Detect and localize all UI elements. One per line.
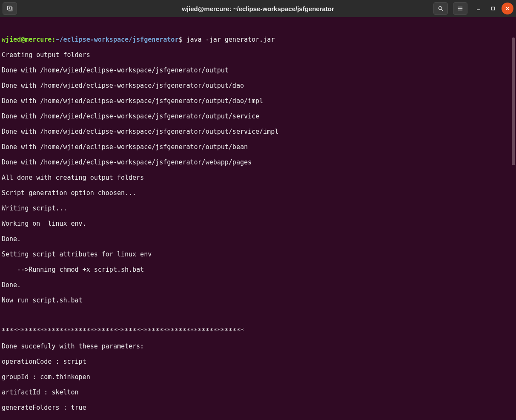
svg-point-1 (439, 6, 441, 9)
terminal-window: wjied@mercure: ~/eclipse-workspace/jsfge… (0, 0, 516, 420)
terminal-output-line: ****************************************… (2, 327, 514, 335)
terminal-output-line: Creating output folders (2, 51, 514, 59)
terminal-output-line: Done with /home/wjied/eclipse-workspace/… (2, 66, 514, 74)
terminal-output-line: Setting script attributes for linux env (2, 250, 514, 258)
search-icon (438, 6, 444, 12)
terminal-output-line: Done with /home/wjied/eclipse-workspace/… (2, 82, 514, 89)
new-tab-button[interactable] (3, 2, 17, 15)
terminal-output-line: generateFolders : true (2, 404, 514, 411)
close-icon (505, 6, 510, 11)
terminal-output-line: artifactId : skelton (2, 388, 514, 396)
prompt-user-host: wjied@mercure (2, 36, 52, 43)
terminal-output-line: Script generation option choosen... (2, 189, 514, 197)
hamburger-menu-button[interactable] (453, 2, 467, 15)
terminal-output-line: groupId : com.thinkopen (2, 373, 514, 381)
terminal-output-line: Done with /home/wjied/eclipse-workspace/… (2, 143, 514, 151)
maximize-icon (490, 6, 496, 11)
prompt-path: ~/eclipse-workspace/jsfgenerator (55, 36, 178, 43)
hamburger-icon (457, 6, 463, 12)
search-button[interactable] (433, 2, 448, 15)
terminal-output-line: Done. (2, 235, 514, 243)
terminal-output-line: Done with /home/wjied/eclipse-workspace/… (2, 97, 514, 105)
minimize-icon (476, 6, 481, 11)
scrollbar-thumb[interactable] (512, 37, 515, 165)
terminal-output-line: Done. (2, 281, 514, 289)
terminal-output-line: Working on linux env. (2, 220, 514, 227)
terminal-output-line: Writing script... (2, 204, 514, 212)
window-title: wjied@mercure: ~/eclipse-workspace/jsfge… (182, 5, 334, 12)
maximize-button[interactable] (487, 3, 499, 14)
terminal-output-line: operationCode : script (2, 358, 514, 365)
command-text: java -jar generator.jar (182, 36, 275, 43)
close-button[interactable] (502, 3, 513, 14)
terminal-output-line: Done with /home/wjied/eclipse-workspace/… (2, 158, 514, 166)
terminal-line-prompt-1: wjied@mercure:~/eclipse-workspace/jsfgen… (2, 36, 514, 43)
terminal-output-line: -->Running chmod +x script.sh.bat (2, 266, 514, 273)
svg-rect-2 (492, 7, 495, 10)
terminal-output-line: Done with /home/wjied/eclipse-workspace/… (2, 112, 514, 120)
terminal-output-line: Done with /home/wjied/eclipse-workspace/… (2, 128, 514, 135)
window-controls (433, 2, 513, 15)
terminal-output-line: Now run script.sh.bat (2, 296, 514, 304)
terminal-output-line: All done with creating output folders (2, 174, 514, 181)
terminal-viewport[interactable]: wjied@mercure:~/eclipse-workspace/jsfgen… (0, 17, 516, 420)
terminal-output-line: Done succefuly with these parameters: (2, 342, 514, 350)
new-tab-icon (6, 5, 13, 12)
minimize-button[interactable] (473, 3, 484, 14)
window-titlebar: wjied@mercure: ~/eclipse-workspace/jsfge… (0, 0, 516, 17)
